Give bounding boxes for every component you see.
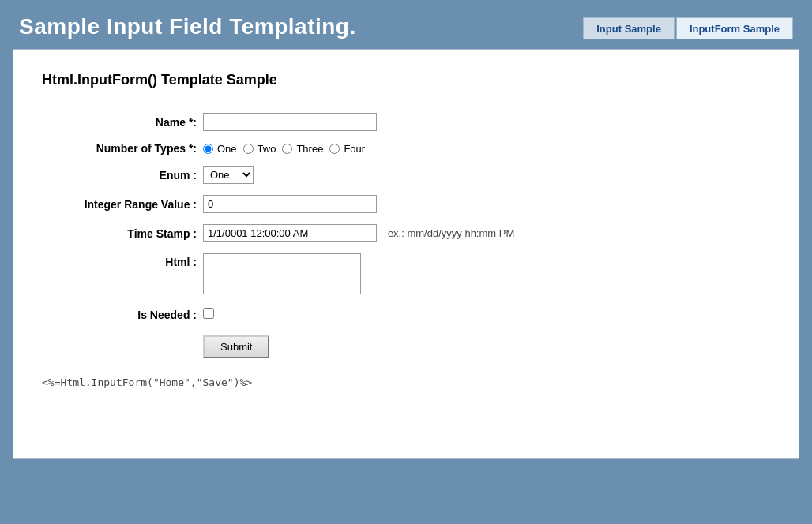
main-content: Html.InputForm() Template Sample Name *:… <box>13 49 799 459</box>
tab-input-sample[interactable]: Input Sample <box>583 17 675 39</box>
form-title: Html.InputForm() Template Sample <box>42 72 770 88</box>
submit-button[interactable]: Submit <box>203 335 269 358</box>
name-row: Name *: <box>42 107 770 137</box>
enum-label: Enum : <box>160 169 197 182</box>
enum-select[interactable]: One Two Three Four <box>203 166 254 184</box>
form-table: Name *: Number of Types *: One <box>42 107 770 364</box>
tab-bar: Input Sample InputForm Sample <box>583 17 793 39</box>
timestamp-input[interactable] <box>203 224 377 242</box>
radio-four[interactable]: Four <box>329 143 365 155</box>
is-needed-checkbox[interactable] <box>203 308 214 319</box>
radio-group: One Two Three Four <box>203 143 767 155</box>
code-note: <%=Html.InputForm("Home","Save")%> <box>42 376 770 388</box>
name-label: Name *: <box>156 116 197 129</box>
radio-two-input[interactable] <box>243 144 254 154</box>
number-of-types-label: Number of Types *: <box>96 142 197 155</box>
radio-three[interactable]: Three <box>282 143 323 155</box>
radio-one[interactable]: One <box>203 143 237 155</box>
timestamp-hint: ex.: mm/dd/yyyy hh:mm PM <box>388 227 514 239</box>
integer-range-input[interactable] <box>203 195 377 213</box>
number-of-types-row: Number of Types *: One Two Three <box>42 137 770 160</box>
html-row: Html : <box>42 248 770 302</box>
integer-range-label: Integer Range Value : <box>85 198 197 211</box>
radio-one-input[interactable] <box>203 144 213 154</box>
html-label: Html : <box>165 256 197 268</box>
enum-row: Enum : One Two Three Four <box>42 160 770 189</box>
radio-three-input[interactable] <box>282 144 292 154</box>
integer-range-row: Integer Range Value : <box>42 189 770 219</box>
is-needed-row: Is Needed : <box>42 302 770 327</box>
tab-inputform-sample[interactable]: InputForm Sample <box>676 17 793 39</box>
name-input[interactable] <box>203 113 377 131</box>
is-needed-label: Is Needed : <box>137 309 197 321</box>
html-textarea-wrapper <box>203 253 361 294</box>
timestamp-row: Time Stamp : ex.: mm/dd/yyyy hh:mm PM <box>42 219 770 248</box>
html-textarea[interactable] <box>203 253 361 294</box>
timestamp-label: Time Stamp : <box>127 227 197 240</box>
radio-four-input[interactable] <box>329 144 340 154</box>
submit-row: Submit <box>42 327 770 364</box>
radio-two[interactable]: Two <box>243 143 276 155</box>
page-title: Sample Input Field Templating. <box>19 14 356 39</box>
